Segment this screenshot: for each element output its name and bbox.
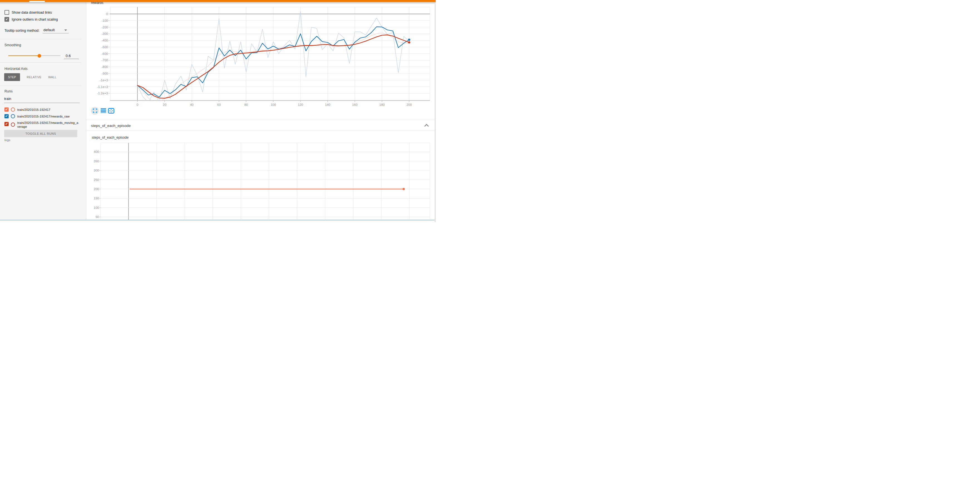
y-tick-label: -1e+3 xyxy=(100,78,108,82)
x-tick-label: 20 xyxy=(163,103,166,106)
run-checkbox[interactable]: ✔ xyxy=(5,114,9,118)
tensorboard-app: Show data download links ✔ Ignore outlie… xyxy=(0,0,436,222)
x-tick-label: 100 xyxy=(271,103,276,106)
smoothing-value-underline xyxy=(64,59,79,59)
active-tab-indicator xyxy=(29,1,45,2)
y-tick-label: -200 xyxy=(102,25,108,29)
horizontal-gridlines xyxy=(99,143,430,217)
axis-relative-button[interactable]: RELATIVE xyxy=(27,75,41,79)
slider-fill xyxy=(8,56,39,56)
smoothing-label: Smoothing xyxy=(5,43,21,47)
x-tick-label: 160 xyxy=(352,103,358,106)
divider xyxy=(0,86,81,86)
y-tick-label: 200 xyxy=(94,187,99,191)
horizontal-axis-label: Horizontal Axis xyxy=(5,67,27,71)
run-row[interactable]: ✔ train/20201015-192417 xyxy=(5,107,80,111)
y-tick-label: -800 xyxy=(102,65,108,68)
run-label: train/20201015-192417/rewards_moving_ave… xyxy=(17,121,80,129)
ignore-outliers-row[interactable]: ✔ Ignore outliers in chart scaling xyxy=(5,17,58,22)
run-color-circle xyxy=(11,123,15,127)
y-tick-label: -1.1e+3 xyxy=(97,85,108,89)
x-tick-label: 60 xyxy=(217,103,221,106)
runs-label: Runs xyxy=(5,89,13,93)
divider xyxy=(0,62,81,63)
show-download-links-checkbox[interactable] xyxy=(5,10,9,15)
x-tick-label: 140 xyxy=(325,103,330,106)
run-label: train/20201015-192417 xyxy=(17,108,80,111)
tooltip-sorting-select[interactable]: default xyxy=(43,28,55,32)
divider xyxy=(0,39,81,39)
fullscreen-button[interactable] xyxy=(91,107,99,115)
run-checkbox[interactable]: ✔ xyxy=(5,107,9,111)
show-download-links-label: Show data download links xyxy=(12,11,52,14)
run-color-circle xyxy=(11,107,15,111)
ignore-outliers-checkbox[interactable]: ✔ xyxy=(5,17,9,22)
axis-wall-button[interactable]: WALL xyxy=(48,75,56,79)
x-tick-label: 40 xyxy=(190,103,194,106)
run-label: train/20201015-192417/rewards_raw xyxy=(17,115,80,118)
sidebar: Show data download links ✔ Ignore outlie… xyxy=(0,2,86,220)
steps_of_each_episode-plot: 40035030025020015010050 xyxy=(94,143,430,222)
runs-filter-input[interactable] xyxy=(4,97,79,101)
ignore-outliers-label: Ignore outliers in chart scaling xyxy=(12,18,58,21)
section-header-title: steps_of_each_episode xyxy=(91,124,131,128)
series-end-dot[interactable] xyxy=(408,39,410,41)
tooltip-sorting-label: Tooltip sorting method: xyxy=(5,29,40,33)
fullscreen-icon xyxy=(93,108,97,113)
bottom-gap xyxy=(0,220,436,223)
run-color-circle xyxy=(11,114,15,118)
x-tick-label: 0 xyxy=(137,103,138,106)
vertical-gridlines xyxy=(100,143,430,222)
run-row[interactable]: ✔ train/20201015-192417/rewards_raw xyxy=(5,114,80,118)
logs-label: logs xyxy=(5,139,10,142)
header-bar xyxy=(0,0,436,2)
scrollbar[interactable] xyxy=(434,4,436,222)
runs-filter-underline xyxy=(4,103,80,103)
y-tick-label: 300 xyxy=(94,169,99,172)
y-tick-label: -900 xyxy=(102,72,108,75)
y-tick-label: 0 xyxy=(106,12,108,16)
series-end-dot[interactable] xyxy=(408,41,410,43)
run-checkbox[interactable]: ✔ xyxy=(5,122,9,126)
toggle-all-runs-button[interactable]: TOGGLE ALL RUNS xyxy=(4,130,77,137)
y-tick-label: 150 xyxy=(94,197,99,200)
y-tick-label: 100 xyxy=(94,206,99,209)
chevron-down-icon[interactable] xyxy=(64,30,67,31)
slider-thumb[interactable] xyxy=(38,54,41,57)
series-end-dot[interactable] xyxy=(402,188,405,190)
y-tick-label: 400 xyxy=(94,150,99,153)
fit-domain-icon[interactable] xyxy=(108,108,115,114)
axis-step-button[interactable]: STEP xyxy=(4,73,20,81)
steps-chart[interactable]: 40035030025020015010050 xyxy=(86,130,436,222)
smoothing-value[interactable]: 0.6 xyxy=(66,54,71,58)
bottom-strip xyxy=(0,220,436,220)
y-tick-labels: 40035030025020015010050 xyxy=(94,150,99,218)
y-tick-label: 250 xyxy=(94,178,99,182)
section-header[interactable]: steps_of_each_episode xyxy=(86,120,436,131)
y-tick-label: 50 xyxy=(95,215,99,218)
x-tick-label: 80 xyxy=(244,103,248,106)
x-tick-label: 200 xyxy=(407,103,412,106)
y-tick-label: -500 xyxy=(102,45,108,49)
data-table-icon[interactable] xyxy=(101,108,106,113)
tooltip-sorting-underline xyxy=(43,33,69,33)
y-tick-label: -600 xyxy=(102,52,108,56)
rewards-chart[interactable]: 0-100-200-300-400-500-600-700-800-900-1e… xyxy=(86,0,436,120)
y-tick-label: -100 xyxy=(102,19,108,22)
rewards-plot: 0-100-200-300-400-500-600-700-800-900-1e… xyxy=(97,7,430,106)
x-tick-label: 120 xyxy=(298,103,303,106)
run-row[interactable]: ✔ train/20201015-192417/rewards_moving_a… xyxy=(5,121,80,129)
y-tick-label: -400 xyxy=(102,39,108,42)
show-download-links-row[interactable]: Show data download links xyxy=(5,10,52,15)
y-tick-label: 350 xyxy=(94,159,99,163)
y-tick-label: -700 xyxy=(102,59,108,62)
chevron-up-icon[interactable] xyxy=(424,124,429,127)
x-tick-label: 180 xyxy=(379,103,385,106)
x-tick-labels: 020406080100120140160180200 xyxy=(137,100,412,106)
y-tick-labels: 0-100-200-300-400-500-600-700-800-900-1e… xyxy=(97,12,108,95)
chart1-toolbar xyxy=(91,107,115,115)
horizontal-axis-group: STEP RELATIVE WALL xyxy=(4,73,56,81)
y-tick-label: -300 xyxy=(102,32,108,35)
y-tick-label: -1.2e+3 xyxy=(97,92,108,95)
